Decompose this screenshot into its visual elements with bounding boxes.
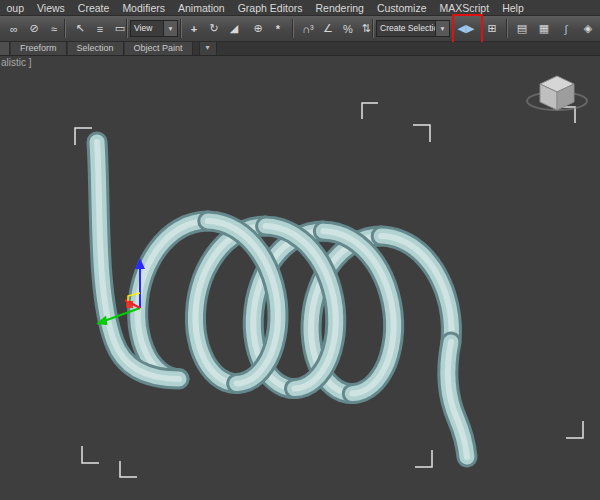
menu-oup[interactable]: oup <box>0 2 31 14</box>
menu-animation[interactable]: Animation <box>171 2 231 14</box>
schematic-view-icon[interactable]: ◈ <box>578 18 598 39</box>
mirror-icon[interactable]: ◀▶ <box>456 18 476 39</box>
selection-bracket <box>82 446 99 463</box>
percent-snap-toggle-icon[interactable]: % <box>338 18 358 39</box>
viewport-shading-label[interactable]: alistic ] <box>1 57 32 68</box>
menu-modifiers[interactable]: Modifiers <box>116 2 172 14</box>
selection-bracket <box>413 125 430 142</box>
selection-bracket <box>120 461 137 477</box>
curve-editor-icon[interactable]: ∫ <box>556 18 576 39</box>
toolbar-separator <box>180 19 181 38</box>
reference-coordinate-dropdown[interactable]: View ▼ <box>130 20 178 37</box>
select-and-rotate-icon[interactable]: ↻ <box>204 18 224 39</box>
select-and-link-icon[interactable]: ∞ <box>4 18 24 39</box>
unlink-selection-icon[interactable]: ⊘ <box>24 18 44 39</box>
gizmo-plane-square[interactable] <box>126 301 133 308</box>
menu-views[interactable]: Views <box>31 2 72 14</box>
angle-snap-toggle-icon[interactable]: ∠ <box>318 18 338 39</box>
selection-bracket <box>415 450 432 467</box>
main-toolbar: View ▼ Create Selection Se ▼ ∞⊘≈↖≡▭+↻◢⊕*… <box>0 16 600 42</box>
view-cube[interactable] <box>527 76 587 110</box>
ribbon-tab-stub[interactable] <box>0 42 10 55</box>
menu-graph-editors[interactable]: Graph Editors <box>231 2 309 14</box>
toolbar-separator <box>506 19 507 38</box>
select-and-move-icon[interactable]: + <box>184 18 204 39</box>
dropdown-arrow-icon[interactable]: ▼ <box>163 21 177 36</box>
align-icon[interactable]: ⊞ <box>482 18 502 39</box>
layer-manager-icon[interactable]: ▤ <box>512 18 532 39</box>
bind-to-spacewarp-icon[interactable]: ≈ <box>44 18 64 39</box>
select-and-manipulate-icon[interactable]: * <box>268 18 288 39</box>
select-object-icon[interactable]: ↖ <box>70 18 90 39</box>
dropdown-arrow-icon[interactable]: ▼ <box>435 21 449 36</box>
ribbon-tab-object-paint[interactable]: Object Paint <box>125 42 193 55</box>
ribbon-tab-freeform[interactable]: Freeform <box>11 42 67 55</box>
menu-help[interactable]: Help <box>496 2 531 14</box>
create-selection-set-value: Create Selection Se <box>377 21 435 36</box>
menu-rendering[interactable]: Rendering <box>309 2 370 14</box>
ribbon-tab-selection[interactable]: Selection <box>68 42 124 55</box>
spinner-snap-toggle-icon[interactable]: ⇅ <box>356 18 376 39</box>
menu-bar: oupViewsCreateModifiersAnimationGraph Ed… <box>0 0 600 16</box>
rectangular-selection-region-icon[interactable]: ▭ <box>110 18 130 39</box>
ribbon-expand-icon[interactable]: ▾ <box>199 42 217 55</box>
create-selection-set-dropdown[interactable]: Create Selection Se ▼ <box>376 20 450 37</box>
use-pivot-point-center-icon[interactable]: ⊕ <box>248 18 268 39</box>
selection-bracket <box>362 103 378 119</box>
viewport-canvas[interactable] <box>0 55 600 500</box>
graphite-modeling-tools-icon[interactable]: ▦ <box>534 18 554 39</box>
snap-toggle-3d-icon[interactable]: ∩³ <box>298 18 318 39</box>
select-by-name-icon[interactable]: ≡ <box>90 18 110 39</box>
reference-coordinate-value: View <box>131 21 163 36</box>
selection-bracket <box>566 421 583 438</box>
menu-create[interactable]: Create <box>71 2 116 14</box>
select-and-scale-icon[interactable]: ◢ <box>224 18 244 39</box>
menu-customize[interactable]: Customize <box>370 2 433 14</box>
toolbar-separator <box>292 19 293 38</box>
spring-object[interactable] <box>97 142 467 457</box>
toolbar-separator <box>64 19 65 38</box>
menu-maxscript[interactable]: MAXScript <box>433 2 496 14</box>
ribbon-tab-bar: FreeformSelectionObject Paint▾ <box>0 42 600 56</box>
